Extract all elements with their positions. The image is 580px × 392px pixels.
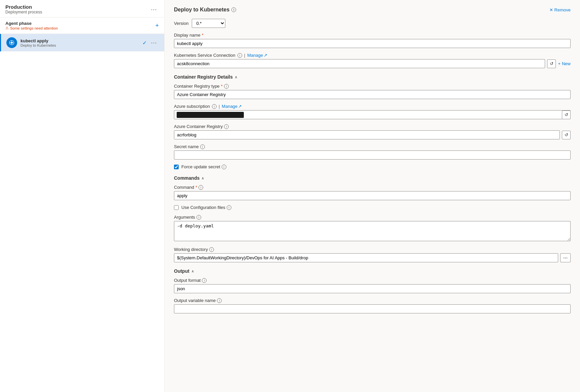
external-link-icon: ↗: [264, 53, 267, 58]
container-registry-type-select-wrap: Azure Container Registry: [174, 90, 571, 99]
panel-title: Deploy to Kubernetes i: [174, 7, 236, 13]
azure-container-registry-group: Azure Container Registry i acrforblog ↺: [174, 124, 571, 139]
kubectl-icon: [9, 40, 15, 46]
agent-phase-title: Agent phase: [5, 21, 58, 26]
output-format-group: Output format i json: [174, 278, 571, 293]
remove-x-icon: ✕: [549, 7, 553, 12]
svg-point-1: [11, 42, 13, 44]
azure-subscription-refresh-btn[interactable]: ↺: [562, 111, 571, 119]
azure-subscription-label-row: Azure subscription i | Manage ↗: [174, 104, 571, 109]
use-config-files-label: Use Configuration files i: [181, 205, 231, 210]
working-directory-browse-btn[interactable]: ⋯: [560, 253, 571, 262]
use-config-files-info-icon[interactable]: i: [227, 205, 231, 210]
secret-name-info-icon[interactable]: i: [200, 144, 205, 149]
output-format-label: Output format i: [174, 278, 571, 283]
task-item[interactable]: kubectl apply Deploy to Kubernetes ✓ ⋯: [0, 34, 164, 51]
version-row: Version 0.*: [174, 19, 571, 28]
version-select[interactable]: 0.*: [192, 19, 225, 28]
left-panel: Production Deployment process ⋯ Agent ph…: [0, 0, 165, 392]
azure-container-registry-select[interactable]: acrforblog: [174, 130, 560, 139]
output-variable-name-input[interactable]: [174, 304, 571, 313]
k8s-connection-label: Kubernetes Service Connection: [174, 53, 235, 58]
azure-subscription-label: Azure subscription: [174, 104, 210, 109]
pipeline-menu-dots[interactable]: ⋯: [149, 5, 159, 14]
commands-section-header[interactable]: Commands ∧: [174, 175, 571, 181]
k8s-connection-select-wrap: acsk8connection ↺ + New: [174, 59, 571, 68]
working-directory-group: Working directory i ⋯: [174, 247, 571, 262]
output-variable-name-group: Output variable name i: [174, 298, 571, 313]
azure-subscription-manage-link[interactable]: Manage ↗: [222, 104, 242, 109]
display-name-label: Display name *: [174, 33, 571, 38]
k8s-connection-manage-link[interactable]: Manage ↗: [247, 53, 267, 58]
k8s-connection-refresh-btn[interactable]: ↺: [547, 59, 556, 68]
secret-name-input[interactable]: [174, 150, 571, 160]
task-sub: Deploy to Kubernetes: [20, 43, 142, 47]
secret-name-label: Secret name i: [174, 144, 571, 149]
external-link-icon2: ↗: [238, 104, 242, 109]
display-name-required: *: [202, 33, 204, 38]
command-required: *: [195, 185, 197, 190]
container-registry-type-group: Container Registry type * i Azure Contai…: [174, 84, 571, 99]
agent-phase-warning: ⚠ Some settings need attention: [5, 26, 58, 30]
container-registry-chevron-icon: ∧: [235, 75, 237, 79]
secret-name-group: Secret name i: [174, 144, 571, 160]
k8s-connection-info-icon[interactable]: i: [237, 53, 242, 58]
azure-subscription-info-icon[interactable]: i: [212, 104, 217, 109]
force-update-secret-label: Force update secret i: [181, 164, 226, 169]
output-format-info-icon[interactable]: i: [202, 278, 207, 283]
display-name-group: Display name *: [174, 33, 571, 48]
output-format-select-wrap: json: [174, 284, 571, 293]
task-name: kubectl apply: [20, 38, 142, 43]
panel-header: Deploy to Kubernetes i ✕ Remove: [174, 7, 571, 13]
command-group: Command * i apply: [174, 185, 571, 200]
pipe-separator2: |: [219, 104, 220, 109]
arguments-info-icon[interactable]: i: [196, 215, 201, 220]
force-update-secret-info-icon[interactable]: i: [222, 165, 226, 169]
container-registry-type-info-icon[interactable]: i: [224, 84, 229, 89]
agent-phase-info: Agent phase ⚠ Some settings need attenti…: [5, 21, 58, 30]
pipeline-title: Production: [5, 4, 42, 10]
output-format-select[interactable]: json: [174, 284, 571, 293]
container-registry-type-label: Container Registry type * i: [174, 84, 571, 89]
arguments-group: Arguments i -d deploy.yaml: [174, 215, 571, 242]
left-header: Production Deployment process ⋯: [0, 0, 164, 17]
use-config-files-checkbox[interactable]: [174, 205, 179, 210]
task-dots-menu[interactable]: ⋯: [149, 38, 159, 47]
commands-chevron-icon: ∧: [202, 176, 204, 180]
remove-button[interactable]: ✕ Remove: [549, 7, 571, 12]
working-directory-input[interactable]: [174, 253, 558, 262]
pipeline-subtitle: Deployment process: [5, 10, 42, 14]
use-config-files-row: Use Configuration files i: [174, 205, 571, 210]
azure-subscription-group: Azure subscription i | Manage ↗ REDACTED…: [174, 104, 571, 119]
azure-subscription-select[interactable]: REDACTED: [174, 110, 571, 119]
k8s-connection-group: Kubernetes Service Connection i | Manage…: [174, 53, 571, 68]
output-variable-name-info-icon[interactable]: i: [217, 298, 222, 303]
azure-container-registry-refresh-btn[interactable]: ↺: [562, 131, 571, 139]
azure-container-registry-label: Azure Container Registry i: [174, 124, 571, 129]
arguments-label: Arguments i: [174, 215, 571, 220]
force-update-secret-checkbox[interactable]: [174, 165, 179, 169]
task-actions: ✓ ⋯: [142, 38, 159, 47]
azure-container-registry-info-icon[interactable]: i: [224, 124, 229, 129]
command-select-wrap: apply: [174, 191, 571, 200]
right-panel: Deploy to Kubernetes i ✕ Remove Version …: [165, 0, 580, 392]
k8s-connection-new-btn[interactable]: + New: [558, 61, 571, 66]
version-label: Version: [174, 21, 188, 26]
k8s-connection-label-row: Kubernetes Service Connection i | Manage…: [174, 53, 571, 58]
command-select[interactable]: apply: [174, 191, 571, 200]
task-icon: [6, 37, 17, 48]
arguments-textarea[interactable]: -d deploy.yaml: [174, 221, 571, 241]
command-info-icon[interactable]: i: [198, 185, 203, 190]
output-variable-name-label: Output variable name i: [174, 298, 571, 303]
task-check-icon: ✓: [142, 40, 147, 46]
output-section-header[interactable]: Output ∧: [174, 268, 571, 274]
container-registry-type-select[interactable]: Azure Container Registry: [174, 90, 571, 99]
container-registry-section-header[interactable]: Container Registry Details ∧: [174, 74, 571, 80]
working-directory-info-icon[interactable]: i: [209, 247, 214, 252]
k8s-connection-select[interactable]: acsk8connection: [174, 59, 545, 68]
add-task-button[interactable]: +: [155, 22, 159, 29]
pipe-separator: |: [244, 53, 245, 58]
display-name-input[interactable]: [174, 39, 571, 48]
plus-icon: +: [558, 61, 561, 66]
panel-title-info-icon[interactable]: i: [231, 7, 236, 12]
